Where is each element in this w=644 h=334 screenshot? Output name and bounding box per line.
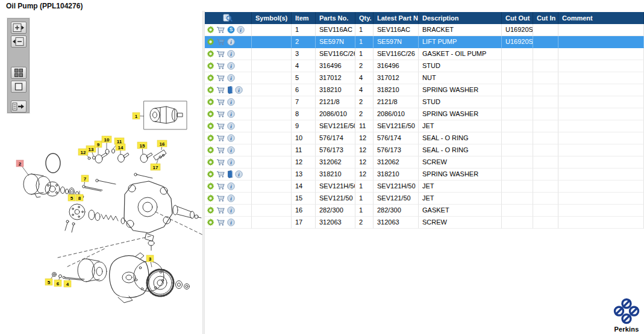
cell-qty: 1 bbox=[355, 181, 374, 193]
add-to-cart-icon[interactable] bbox=[216, 134, 225, 142]
info-icon[interactable]: i bbox=[227, 122, 235, 130]
add-to-cart-icon[interactable] bbox=[216, 110, 225, 118]
add-to-cart-icon[interactable] bbox=[216, 62, 225, 70]
table-row[interactable]: i11576/17312576/173SEAL - O RING bbox=[205, 144, 644, 156]
info-icon[interactable]: i bbox=[235, 170, 243, 178]
gear-icon[interactable] bbox=[207, 206, 214, 214]
info-icon[interactable]: i bbox=[227, 146, 235, 154]
gear-icon[interactable] bbox=[207, 158, 214, 166]
gear-icon[interactable] bbox=[207, 62, 214, 70]
gear-icon[interactable] bbox=[207, 86, 214, 94]
add-to-cart-icon[interactable] bbox=[216, 170, 225, 178]
info-icon[interactable]: i bbox=[227, 50, 235, 58]
column-header-item[interactable]: Item bbox=[292, 12, 316, 24]
info-icon[interactable]: i bbox=[227, 134, 235, 142]
info-icon[interactable]: i bbox=[237, 26, 245, 34]
part-label[interactable]: 10 bbox=[102, 136, 111, 149]
part-label[interactable]: 14 bbox=[116, 144, 125, 154]
cell-parts_no: 317012 bbox=[316, 72, 355, 84]
info-icon[interactable]: i bbox=[227, 62, 235, 70]
gear-icon[interactable] bbox=[207, 146, 214, 154]
part-label[interactable]: 16 bbox=[157, 140, 167, 150]
document-icon[interactable] bbox=[227, 86, 233, 94]
info-icon[interactable]: i bbox=[227, 110, 235, 118]
part-label[interactable]: 7 bbox=[81, 175, 89, 185]
table-row[interactable]: i43164962316496STUD bbox=[205, 60, 644, 72]
column-header-qty[interactable]: Qty. bbox=[355, 12, 374, 24]
column-header-parts_no[interactable]: Parts No. bbox=[316, 12, 355, 24]
column-header-actions[interactable] bbox=[205, 12, 252, 24]
info-icon[interactable]: i bbox=[227, 158, 235, 166]
table-row[interactable]: i14SEV121H/501SEV121H/50JET bbox=[205, 181, 644, 193]
gear-icon[interactable] bbox=[207, 98, 214, 106]
gear-icon[interactable] bbox=[207, 26, 214, 34]
gear-icon[interactable] bbox=[207, 134, 214, 142]
info-icon[interactable]: i bbox=[227, 182, 235, 190]
table-row[interactable]: i15SEV121/501SEV121/50JET bbox=[205, 193, 644, 205]
add-to-cart-icon[interactable] bbox=[216, 50, 225, 58]
info-icon[interactable]: i bbox=[227, 74, 235, 82]
add-to-cart-icon[interactable] bbox=[216, 26, 225, 34]
add-to-cart-icon[interactable] bbox=[216, 86, 225, 94]
table-row[interactable]: i82086/01022086/010SPRING WASHER bbox=[205, 108, 644, 120]
info-icon[interactable]: i bbox=[227, 218, 235, 226]
gear-icon[interactable] bbox=[207, 50, 214, 58]
part-label[interactable]: 17 bbox=[151, 158, 160, 170]
column-header-cut_out[interactable]: Cut Out bbox=[502, 12, 533, 24]
info-icon[interactable]: i bbox=[227, 194, 235, 202]
column-header-symbol[interactable]: Symbol(s) bbox=[252, 12, 292, 24]
info-icon[interactable]: i bbox=[227, 38, 235, 46]
table-row[interactable]: i16282/3001282/300GASKET bbox=[205, 205, 644, 217]
add-to-cart-icon[interactable] bbox=[216, 98, 225, 106]
gear-icon[interactable] bbox=[207, 170, 214, 178]
part-label[interactable]: 4 bbox=[64, 279, 71, 287]
add-to-cart-icon[interactable] bbox=[216, 194, 225, 202]
table-row[interactable]: i9SEV121E/5011SEV121E/50JET bbox=[205, 120, 644, 132]
column-header-cut_in[interactable]: Cut In bbox=[533, 12, 558, 24]
table-row[interactable]: i53170124317012NUT bbox=[205, 72, 644, 84]
table-row[interactable]: i2SE597N1SE597NLIFT PUMPU16920S bbox=[205, 36, 644, 48]
column-header-latest_part_no[interactable]: Latest Part No. bbox=[374, 12, 419, 24]
info-icon[interactable]: i bbox=[227, 98, 235, 106]
table-row[interactable]: Si1SEV116AC1SEV116ACBRACKETU16920S bbox=[205, 24, 644, 36]
gear-icon[interactable] bbox=[207, 38, 214, 46]
gear-icon[interactable] bbox=[207, 194, 214, 202]
add-to-cart-icon[interactable] bbox=[216, 38, 225, 46]
part-label[interactable]: 5 bbox=[45, 276, 53, 285]
gear-icon[interactable] bbox=[207, 218, 214, 226]
add-to-cart-icon[interactable] bbox=[216, 146, 225, 154]
table-row[interactable]: i63182104318210SPRING WASHER bbox=[205, 84, 644, 96]
cell-cut_in bbox=[533, 217, 558, 229]
column-header-comment[interactable]: Comment bbox=[558, 12, 644, 24]
gear-icon[interactable] bbox=[207, 74, 214, 82]
part-label[interactable]: 2 bbox=[16, 160, 29, 176]
table-row[interactable]: i3SEV116C/261SEV116C/26GASKET - OIL PUMP bbox=[205, 48, 644, 60]
part-label[interactable]: 6 bbox=[54, 277, 61, 286]
table-row[interactable]: i1231206212312062SCREW bbox=[205, 156, 644, 169]
cell-actions: i bbox=[205, 96, 252, 108]
add-to-cart-icon[interactable] bbox=[216, 182, 225, 190]
add-to-cart-icon[interactable] bbox=[216, 206, 225, 214]
table-row[interactable]: i173120632312063SCREW bbox=[205, 217, 644, 229]
table-row[interactable]: i10576/17412576/174SEAL - O RING bbox=[205, 132, 644, 144]
part-label[interactable]: 8 bbox=[76, 191, 83, 201]
part-label[interactable]: 15 bbox=[137, 142, 147, 154]
add-to-cart-icon[interactable] bbox=[216, 218, 225, 226]
add-to-cart-icon[interactable] bbox=[216, 122, 225, 130]
add-to-cart-icon[interactable] bbox=[216, 74, 225, 82]
gear-icon[interactable] bbox=[207, 110, 214, 118]
supersession-icon[interactable]: S bbox=[227, 26, 235, 34]
document-icon[interactable] bbox=[227, 170, 233, 178]
gear-icon[interactable] bbox=[207, 182, 214, 190]
table-row[interactable]: i72121/822121/8STUD bbox=[205, 96, 644, 108]
info-icon[interactable]: i bbox=[227, 206, 235, 214]
cell-description: LIFT PUMP bbox=[419, 36, 502, 48]
part-label[interactable]: 3 bbox=[146, 255, 154, 267]
cell-cut_in bbox=[533, 36, 558, 48]
table-row[interactable]: i1331821012318210SPRING WASHER bbox=[205, 169, 644, 181]
column-header-description[interactable]: Description bbox=[419, 12, 502, 24]
add-to-cart-icon[interactable] bbox=[216, 158, 225, 166]
gear-icon[interactable] bbox=[207, 122, 214, 130]
info-icon[interactable]: i bbox=[235, 86, 243, 94]
part-label[interactable]: 1 bbox=[133, 113, 144, 119]
